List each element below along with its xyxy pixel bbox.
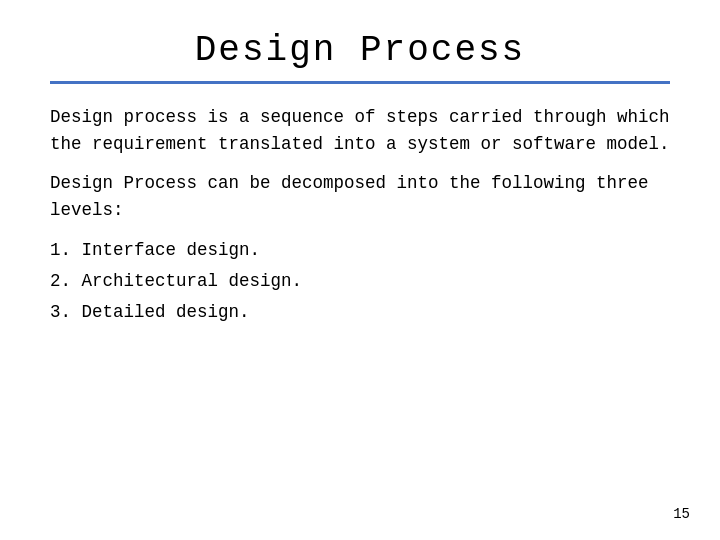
title-section: Design Process	[50, 30, 670, 71]
list-item-2: 2. Architectural design.	[50, 268, 670, 295]
slide-title: Design Process	[50, 30, 670, 71]
page-number: 15	[673, 506, 690, 522]
paragraph-1: Design process is a sequence of steps ca…	[50, 104, 670, 158]
slide-content: Design process is a sequence of steps ca…	[50, 104, 670, 326]
paragraph-2: Design Process can be decomposed into th…	[50, 170, 670, 224]
list-item-3: 3. Detailed design.	[50, 299, 670, 326]
list-item-1: 1. Interface design.	[50, 237, 670, 264]
design-levels-list: 1. Interface design. 2. Architectural de…	[50, 237, 670, 326]
title-divider	[50, 81, 670, 84]
slide: Design Process Design process is a seque…	[0, 0, 720, 540]
